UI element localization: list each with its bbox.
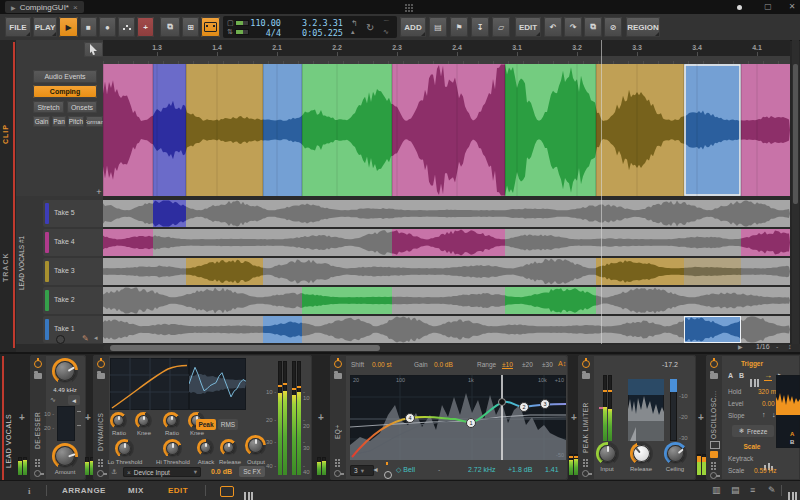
h-scrollbar[interactable] xyxy=(103,345,790,351)
remote-grid-icon[interactable] xyxy=(583,459,585,461)
trigger-arrow-icon[interactable]: → xyxy=(764,371,772,381)
view-mix[interactable]: MIX xyxy=(128,486,144,495)
file-menu-button[interactable]: FILE xyxy=(5,17,31,37)
band-q-value[interactable]: 1.41 xyxy=(545,466,559,473)
tempo-value[interactable]: 110.00 xyxy=(249,18,281,28)
device-power-icon[interactable] xyxy=(710,360,718,368)
marker-icon[interactable]: ⚑ xyxy=(450,17,468,37)
project-tab[interactable]: ▶ CompingGUI* × xyxy=(5,1,84,13)
device-oscilloscope[interactable]: OSCILLOSC... Trigger A B → ▶ Hold 320 ms… xyxy=(706,355,800,480)
lo-threshold-knob[interactable] xyxy=(118,442,131,455)
song-time[interactable]: 0:05.225 xyxy=(291,28,343,38)
ratio-knob-1[interactable] xyxy=(113,415,124,426)
copy-icon[interactable]: ⧉ xyxy=(584,17,602,37)
song-position[interactable]: 3.2.3.31 xyxy=(291,18,343,28)
region-menu-button[interactable]: REGION xyxy=(626,17,660,37)
mapping-key-icon[interactable] xyxy=(582,470,589,477)
inspector-panel-icon[interactable]: ▤ xyxy=(731,485,740,495)
add-device-button-4[interactable]: + xyxy=(571,412,577,423)
band-freq-value[interactable]: 2.72 kHz xyxy=(468,466,496,473)
view-arrange[interactable]: ARRANGE xyxy=(62,486,106,495)
save-icon[interactable]: ▤ xyxy=(429,17,447,37)
remote-grid-icon[interactable] xyxy=(35,459,37,461)
device-power-icon[interactable] xyxy=(97,360,105,368)
listen-icon[interactable]: ∿ xyxy=(50,396,56,404)
metronome-icon[interactable] xyxy=(118,17,135,37)
ruler-beat-label[interactable]: 3.1 xyxy=(512,44,522,51)
touch-panel-icon[interactable]: ✎ xyxy=(768,485,776,495)
slope-up-icon[interactable]: ↑ xyxy=(762,411,766,418)
mapping-panel-icon[interactable]: ≡ xyxy=(750,485,755,495)
shift-value[interactable]: 0.00 st xyxy=(372,361,392,368)
mapping-key-icon[interactable] xyxy=(34,470,41,477)
amount-knob[interactable] xyxy=(55,446,75,466)
clip-view-icon[interactable] xyxy=(201,17,220,37)
remote-grid-icon[interactable] xyxy=(98,459,100,461)
transport-display[interactable]: ▢ ⇅ 110.00 4/4 3.2.3.31 0:05.225 ↰ ▴ ↻ ⌒… xyxy=(223,16,397,38)
mapping-key-icon[interactable] xyxy=(97,470,104,477)
tab-pitch[interactable]: Pitch xyxy=(68,116,84,127)
automation-icon[interactable] xyxy=(56,335,65,344)
track-section-label[interactable]: TRACK xyxy=(2,228,9,282)
range-10-button[interactable]: ±10 xyxy=(502,361,513,369)
ruler-beat-label[interactable]: 1.4 xyxy=(212,44,222,51)
scale-value[interactable]: 0.59 Hz xyxy=(754,467,776,474)
device-power-icon[interactable] xyxy=(34,360,42,368)
play-snap-icon[interactable]: ▶ xyxy=(738,343,743,350)
layout-toggle-icon[interactable]: ⧉ xyxy=(160,17,180,37)
ruler-beat-label[interactable]: 2.4 xyxy=(452,44,462,51)
take-lane-1[interactable] xyxy=(103,316,790,343)
input-knob[interactable] xyxy=(599,445,616,462)
level-value[interactable]: 0.00 xyxy=(762,400,775,407)
device-preset-icon[interactable] xyxy=(334,373,342,379)
ceiling-knob[interactable] xyxy=(667,445,684,462)
browser-icon[interactable]: ▱ xyxy=(492,17,510,37)
tab-onsets[interactable]: Onsets xyxy=(67,101,97,113)
undo-icon[interactable]: ↶ xyxy=(544,17,562,37)
freq-value[interactable]: 4.49 kHz xyxy=(46,387,84,393)
take-lane-3[interactable] xyxy=(103,258,790,285)
ruler-beat-label[interactable]: 1.3 xyxy=(152,44,162,51)
tab-comping[interactable]: Comping xyxy=(33,85,97,98)
return-to-start-icon[interactable]: ↰ xyxy=(351,19,358,28)
device-preset-icon[interactable] xyxy=(34,373,42,379)
device-preset-icon[interactable] xyxy=(582,373,590,379)
punch-in-button[interactable]: + xyxy=(137,17,154,37)
track-name[interactable]: LEAD VOCALS #1 xyxy=(18,198,25,290)
device-power-icon[interactable] xyxy=(334,360,342,368)
mapping-key-icon[interactable] xyxy=(334,470,341,477)
add-device-button-3[interactable]: + xyxy=(318,412,324,423)
slope-down-icon[interactable]: ↓ xyxy=(772,411,776,418)
single-panel-icon[interactable] xyxy=(220,486,234,497)
add-device-button-1[interactable]: + xyxy=(19,412,25,423)
monitor-button[interactable]: ◄ xyxy=(68,395,80,405)
notification-dot[interactable] xyxy=(737,5,742,10)
device-eq-plus[interactable]: EQ+ Shift 0.00 st Gain 0.0 dB Range ±10 … xyxy=(330,355,568,480)
scope-ch-a[interactable]: A xyxy=(790,431,794,437)
record-button[interactable]: ● xyxy=(99,17,116,37)
output-value[interactable]: 0.0 dB xyxy=(211,468,232,475)
trigger-src-b[interactable]: B xyxy=(739,372,744,379)
playhead[interactable] xyxy=(601,40,602,344)
band-gain-value[interactable]: +1.8 dB xyxy=(508,466,532,473)
band-count-select[interactable]: 3▾ xyxy=(350,465,374,476)
play-menu-button[interactable]: PLAY xyxy=(33,17,57,37)
timeline-ruler[interactable]: 1.31.42.12.22.32.43.13.23.33.44.1 xyxy=(103,40,790,56)
attack-knob[interactable] xyxy=(200,442,211,453)
view-edit[interactable]: EDIT xyxy=(168,486,188,495)
compression-curve-display[interactable] xyxy=(110,358,189,410)
lane-height-icon[interactable]: ↕ xyxy=(788,343,792,350)
take-lane-4[interactable] xyxy=(103,229,790,256)
release-knob[interactable] xyxy=(633,445,650,462)
eq-gain-value[interactable]: 0.0 dB xyxy=(434,361,453,368)
rms-button[interactable]: RMS xyxy=(218,419,238,430)
maximize-button[interactable]: ▢ xyxy=(762,2,774,12)
device-preset-icon[interactable] xyxy=(710,373,718,379)
band-type-value[interactable]: ◇ Bell xyxy=(396,466,415,474)
chain-track-label[interactable]: LEAD VOCALS xyxy=(5,382,12,468)
device-power-icon[interactable] xyxy=(582,360,590,368)
ruler-beat-label[interactable]: 3.3 xyxy=(632,44,642,51)
time-signature[interactable]: 4/4 xyxy=(249,28,281,38)
ratio-knob-2[interactable] xyxy=(166,415,177,426)
ruler-beat-label[interactable]: 2.3 xyxy=(392,44,402,51)
